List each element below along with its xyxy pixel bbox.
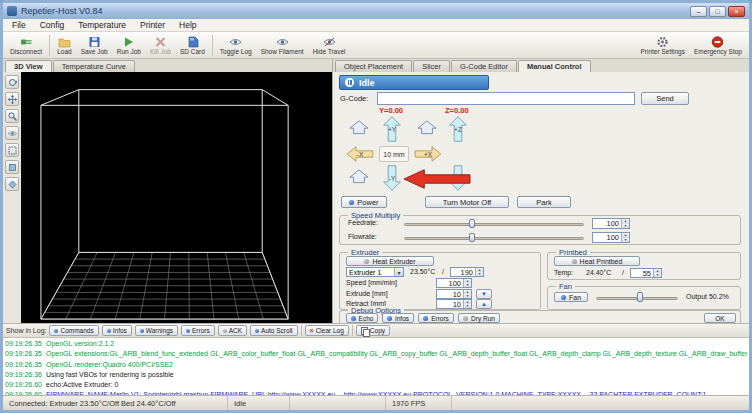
extruder-select[interactable]: Extruder 1 ▾ xyxy=(346,267,404,277)
slider-thumb[interactable] xyxy=(469,233,475,242)
top-view-button[interactable] xyxy=(5,177,19,191)
slider-thumb[interactable] xyxy=(637,292,643,302)
printbed-target-spinner[interactable]: 55 ▴▾ xyxy=(630,268,662,278)
titlebar[interactable]: Repetier-Host V0.84 – □ × xyxy=(3,3,749,19)
tab-object-placement[interactable]: Object Placement xyxy=(335,60,412,72)
menu-temperature[interactable]: Temperature xyxy=(71,20,133,30)
log-toolbar-separator xyxy=(352,325,353,336)
front-view-button[interactable] xyxy=(5,160,19,174)
viewpoint-button[interactable] xyxy=(5,126,19,140)
slider-thumb[interactable] xyxy=(469,219,475,228)
spinner-arrows[interactable]: ▴▾ xyxy=(463,290,471,298)
toolbar-hide-travel-button[interactable]: Hide Travel xyxy=(309,33,350,58)
menu-printer[interactable]: Printer xyxy=(133,20,172,30)
home-icon xyxy=(417,120,437,135)
jog-step-size[interactable]: 10 mm xyxy=(379,146,409,162)
debug-options-group: Debug Options Echo Infos Errors Dry Run … xyxy=(339,310,741,323)
heat-extruder-button[interactable]: Heat Extruder xyxy=(346,256,434,266)
fit-view-button[interactable] xyxy=(5,143,19,157)
retract-button[interactable]: ▲ xyxy=(476,299,492,309)
copy-log-button[interactable]: Copy xyxy=(356,325,390,336)
spinner-arrows[interactable]: ▴▾ xyxy=(463,279,471,287)
spinner-arrows[interactable]: ▴▾ xyxy=(463,300,471,308)
debug-echo-button[interactable]: Echo xyxy=(346,313,378,323)
rotate-view-button[interactable] xyxy=(5,75,19,89)
menu-help[interactable]: Help xyxy=(172,20,203,30)
log-filter-commands[interactable]: Commands xyxy=(49,325,98,336)
flowrate-slider[interactable] xyxy=(404,233,584,242)
connection-status: Connected: Extruder 23.50°C/Off Bed 24.4… xyxy=(3,396,228,410)
jog-minus-x-button[interactable]: -X xyxy=(345,146,375,162)
extrude-spinner[interactable]: 10 ▴▾ xyxy=(436,289,472,299)
extrude-button[interactable]: ▼ xyxy=(476,289,492,299)
heat-printbed-button[interactable]: Heat Printbed xyxy=(554,256,640,266)
log-filter-errors[interactable]: Errors xyxy=(181,325,215,336)
zoom-view-button[interactable] xyxy=(5,109,19,123)
toolbar-run-job-button[interactable]: Run Job xyxy=(113,33,145,58)
tab-gcode-editor[interactable]: G-Code Editor xyxy=(451,60,517,72)
fan-slider[interactable] xyxy=(596,292,678,302)
fit-icon xyxy=(8,146,17,155)
gl-viewport[interactable] xyxy=(21,72,332,323)
jog-plus-y-button[interactable]: +Y xyxy=(381,116,403,142)
debug-infos-button[interactable]: Infos xyxy=(382,313,414,323)
send-button[interactable]: Send xyxy=(641,92,689,105)
ack-led-icon xyxy=(223,329,227,333)
spinner-arrows[interactable]: ▴▾ xyxy=(475,268,483,276)
debug-ok-button[interactable]: OK xyxy=(704,313,736,323)
spinner-arrows[interactable]: ▴▾ xyxy=(621,219,629,228)
extruder-target-spinner[interactable]: 190 ▴▾ xyxy=(450,267,484,277)
toolbar-sd-card-button[interactable]: SD Card xyxy=(176,33,209,58)
chevron-down-icon: ▾ xyxy=(394,268,403,276)
log-area[interactable]: 09:19:26.35OpenGL version:2.1.2 09:19:26… xyxy=(3,337,749,395)
jog-minus-x-label: -X xyxy=(345,146,375,162)
log-filter-ack[interactable]: ACK xyxy=(218,325,247,336)
power-label: Power xyxy=(357,198,378,207)
tab-3d-view[interactable]: 3D View xyxy=(5,60,52,72)
toolbar-save-job-button[interactable]: Save Job xyxy=(77,33,112,58)
move-view-button[interactable] xyxy=(5,92,19,106)
fan-toggle-button[interactable]: Fan xyxy=(554,292,588,302)
spinner-arrows[interactable]: ▴▾ xyxy=(653,269,661,277)
printbed-group: Printbed Heat Printbed Temp: 24.40°C / 5… xyxy=(547,252,741,280)
park-button[interactable]: Park xyxy=(517,196,571,208)
jog-plus-x-button[interactable]: +X xyxy=(413,146,443,162)
toolbar-load-button[interactable]: Load xyxy=(53,33,75,58)
toolbar-item-label: Toggle Log xyxy=(220,48,252,55)
z-coordinate-readout: Z=0.00 xyxy=(445,106,469,115)
home-all-button[interactable] xyxy=(417,120,437,134)
feedrate-spinner[interactable]: 100 ▴▾ xyxy=(592,218,630,229)
minimize-button[interactable]: – xyxy=(690,6,707,17)
menu-config[interactable]: Config xyxy=(33,20,72,30)
home-y-button[interactable] xyxy=(349,169,369,183)
tab-manual-control[interactable]: Manual Control xyxy=(518,60,591,72)
log-auto-scroll-toggle[interactable]: Auto Scroll xyxy=(250,325,297,336)
toolbar-disconnect-button[interactable]: Disconnect xyxy=(6,33,46,58)
power-toggle-button[interactable]: Power xyxy=(341,196,387,208)
toolbar-printer-settings-button[interactable]: Printer Settings xyxy=(637,33,689,58)
log-filter-warnings[interactable]: Warnings xyxy=(135,325,178,336)
close-button[interactable]: × xyxy=(728,6,745,17)
tab-temperature-curve[interactable]: Temperature Curve xyxy=(53,60,135,72)
feedrate-slider[interactable] xyxy=(404,219,584,228)
magnifier-icon xyxy=(8,112,17,121)
home-x-button[interactable] xyxy=(349,120,369,134)
retract-spinner[interactable]: 10 ▴▾ xyxy=(436,299,472,309)
clear-log-button[interactable]: ×Clear Log xyxy=(305,325,349,336)
debug-dry-run-button[interactable]: Dry Run xyxy=(458,313,500,323)
turn-motor-off-button[interactable]: Turn Motor Off xyxy=(425,196,509,208)
log-filter-infos[interactable]: Infos xyxy=(102,325,132,336)
flowrate-spinner[interactable]: 100 ▴▾ xyxy=(592,232,630,243)
maximize-button[interactable]: □ xyxy=(709,6,726,17)
menu-file[interactable]: File xyxy=(5,20,33,30)
spinner-arrows[interactable]: ▴▾ xyxy=(621,233,629,242)
jog-plus-z-button[interactable]: +Z xyxy=(447,116,469,142)
extruder-group: Extruder Heat Extruder Extruder 1 ▾ 23.5… xyxy=(339,252,541,310)
toolbar-toggle-log-button[interactable]: Toggle Log xyxy=(216,33,256,58)
tab-slicer[interactable]: Slicer xyxy=(413,60,450,72)
gcode-input[interactable] xyxy=(377,92,635,105)
toolbar-show-filament-button[interactable]: Show Filament xyxy=(257,33,308,58)
extruder-speed-spinner[interactable]: 100 ▴▾ xyxy=(436,278,472,288)
debug-errors-button[interactable]: Errors xyxy=(418,313,454,323)
toolbar-emergency-stop-button[interactable]: Emergency Stop xyxy=(690,33,746,58)
